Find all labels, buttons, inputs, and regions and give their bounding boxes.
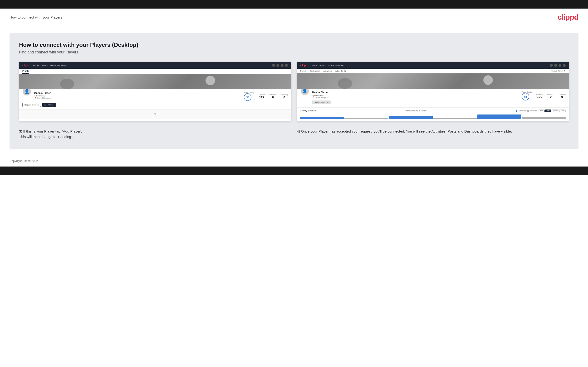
profile-stats-left: Player Quality 92 Activities 129 Followe… <box>244 92 288 101</box>
period-1mth-button[interactable]: 1 mth <box>560 109 566 112</box>
profile-name-left: Marcus Turner <box>34 92 241 94</box>
activity-title: Activity Summary <box>300 110 316 112</box>
profile-info-right: Marcus Turner 1-5 Handicap 📍 United King… <box>312 91 519 104</box>
nav-home-left[interactable]: Home <box>33 64 39 67</box>
followers-value-right: 0 <box>547 95 554 99</box>
profile-buttons-left: Request to Follow Add Player + <box>22 103 288 107</box>
copyright-text: Copyright Clippd 2022 <box>9 159 38 163</box>
legend-off-dot <box>527 110 529 112</box>
period-6mths-button[interactable]: 6 mths <box>545 109 552 112</box>
nav-myperformance-right[interactable]: My Performance <box>328 64 344 67</box>
header-title: How to connect with your Players <box>9 15 62 19</box>
period-1yr-button[interactable]: 1 yr <box>539 109 544 112</box>
profile-handicap-right: 1-5 Handicap <box>312 94 519 96</box>
screenshot-left: clippd Home Teams My Performance Profile <box>19 62 291 121</box>
profile-info-left: Marcus Turner 1-5 Handicap 📍 United King… <box>34 92 241 99</box>
profile-row-left: 👤 Marcus Turner 1-5 Handicap 📍 United Ki… <box>22 92 288 101</box>
following-value-left: 0 <box>281 95 288 99</box>
tab-profile-left[interactable]: Profile <box>22 70 29 74</box>
caption-right: 4) Once your Player has accepted your re… <box>297 129 569 139</box>
following-label-left: Following <box>281 94 288 95</box>
player-dropdown-right[interactable]: Marcus Turner ▼ <box>551 70 566 73</box>
app-nav-links-right: Home Teams My Performance <box>311 64 546 67</box>
followers-label-left: Followers <box>269 94 277 95</box>
profile-row-right: 👤 Marcus Turner 1-5 Handicap 📍 United Ki… <box>300 91 566 104</box>
quality-circle-left: 92 <box>244 93 251 101</box>
period-3mths-button[interactable]: 3 mths <box>552 109 559 112</box>
quality-label-right: Player Quality <box>522 91 532 93</box>
location-pin-icon-right: 📍 <box>312 96 314 99</box>
add-player-button[interactable]: Add Player + <box>42 103 56 107</box>
quality-group-right: Player Quality 92 <box>522 91 532 100</box>
bottom-bar <box>0 167 588 175</box>
captions-row: 3) If this is your Player tap, 'Add Play… <box>19 129 569 139</box>
app-logo-right: clippd <box>300 64 307 67</box>
bar-5 <box>477 115 521 119</box>
quality-group-left: Player Quality 92 <box>244 92 254 101</box>
tab-activities-right[interactable]: Activities <box>323 70 332 73</box>
followers-group-left: Followers 0 <box>269 94 277 99</box>
main-subtitle: Find and connect with your Players <box>19 50 569 54</box>
screenshots-row: clippd Home Teams My Performance Profile <box>19 62 569 121</box>
avatar-icon-right: 👤 <box>302 88 307 94</box>
bar-chart <box>300 114 566 119</box>
activity-period: Monthly Activity · 6 Months <box>405 110 426 112</box>
quality-label-left: Player Quality <box>244 92 254 93</box>
following-group-left: Following 0 <box>281 94 288 99</box>
legend-on-dot <box>516 110 517 112</box>
quality-circle-right: 92 <box>522 93 529 100</box>
settings-icon-left[interactable] <box>281 64 284 67</box>
followers-label-right: Followers <box>547 93 554 95</box>
profile-section-left: 👤 Marcus Turner 1-5 Handicap 📍 United Ki… <box>19 89 291 109</box>
screenshot-right: clippd Home Teams My Performance Profile… <box>297 62 569 121</box>
app-navbar-left: clippd Home Teams My Performance <box>19 62 291 69</box>
hero-image-right <box>297 73 569 89</box>
clippd-logo: clippd <box>558 13 579 22</box>
globe-icon-right[interactable] <box>563 64 566 67</box>
remove-player-button[interactable]: Remove Player ✕ <box>312 100 331 104</box>
profile-section-right: 👤 Marcus Turner 1-5 Handicap 📍 United Ki… <box>297 89 569 106</box>
search-icon-right[interactable] <box>550 64 553 67</box>
profile-location-right: 📍 United Kingdom <box>312 96 519 99</box>
tab-whattoon-right[interactable]: What To On <box>335 70 346 73</box>
main-title: How to connect with your Players (Deskto… <box>19 42 569 48</box>
settings-icon-right[interactable] <box>559 64 561 67</box>
nav-myperformance-left[interactable]: My Performance <box>50 64 66 67</box>
activities-value-right: 129 <box>536 95 543 99</box>
search-icon-left[interactable] <box>272 64 275 67</box>
pencil-icon-left: ✎ <box>154 112 157 117</box>
bar-4 <box>433 118 477 119</box>
app-nav-right-right <box>550 64 566 67</box>
app-nav-right-left <box>272 64 288 67</box>
avatar-icon-left: 👤 <box>24 89 29 94</box>
user-icon-right[interactable] <box>554 64 557 67</box>
activities-label-left: Activities <box>259 94 265 95</box>
location-pin-icon-left: 📍 <box>34 97 37 99</box>
tab-dashboard-right[interactable]: Dashboard <box>310 70 320 73</box>
followers-value-left: 0 <box>269 95 277 99</box>
bar-1 <box>300 117 344 119</box>
profile-location-left: 📍 United Kingdom <box>34 97 241 99</box>
activity-legend: On course Off course <box>516 110 537 112</box>
nav-teams-left[interactable]: Teams <box>41 64 48 67</box>
caption-left: 3) If this is your Player tap, 'Add Play… <box>19 129 291 139</box>
globe-icon-left[interactable] <box>285 64 288 67</box>
footer: Copyright Clippd 2022 <box>0 156 588 167</box>
activity-summary-right: Activity Summary Monthly Activity · 6 Mo… <box>297 107 569 121</box>
bar-6 <box>522 117 566 119</box>
profile-handicap-left: 1-5 Handicap <box>34 95 241 97</box>
request-follow-button[interactable]: Request to Follow <box>22 103 41 107</box>
period-buttons: 1 yr 6 mths 3 mths 1 mth <box>539 109 566 112</box>
profile-name-right: Marcus Turner <box>312 91 519 94</box>
app-nav-links-left: Home Teams My Performance <box>33 64 268 67</box>
app-subtabs-left: Profile <box>19 69 291 74</box>
activities-label-right: Activities <box>536 93 543 95</box>
tab-profile-right[interactable]: Profile <box>300 70 306 73</box>
activities-group-right: Activities 129 <box>536 93 543 99</box>
activities-value-left: 129 <box>259 95 265 99</box>
hero-image-left <box>19 74 291 89</box>
user-icon-left[interactable] <box>277 64 279 67</box>
activity-controls: On course Off course 1 yr 6 mths 3 mths … <box>516 109 566 112</box>
nav-teams-right[interactable]: Teams <box>319 64 325 67</box>
nav-home-right[interactable]: Home <box>311 64 317 67</box>
